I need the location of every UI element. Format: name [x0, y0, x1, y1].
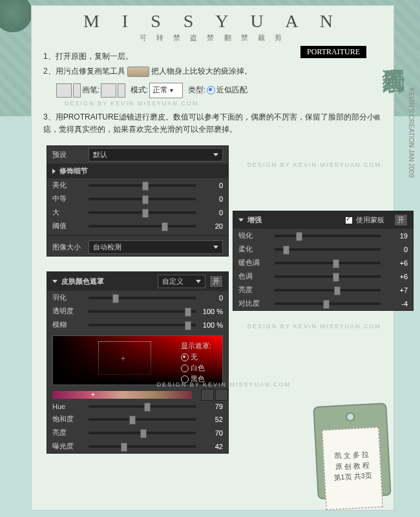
instruction-step-2: 2、用污点修复画笔工具 把人物身上比较大的疵涂掉。: [43, 65, 382, 78]
slider-track[interactable]: [275, 262, 381, 264]
slider-track[interactable]: [275, 248, 381, 251]
open-button[interactable]: 开: [394, 214, 408, 226]
slider-label: 对比度: [238, 299, 271, 308]
slider-label: 暖色调: [238, 258, 271, 268]
slider-track[interactable]: [89, 198, 196, 200]
slider-label: 亮度: [238, 285, 271, 295]
mask-white-radio[interactable]: [181, 364, 189, 372]
slider-value: -4: [384, 300, 408, 308]
slider-track[interactable]: [89, 310, 196, 313]
slider-track[interactable]: [89, 225, 196, 227]
expand-icon[interactable]: [52, 280, 58, 283]
slider-track[interactable]: [89, 184, 196, 187]
slider-track[interactable]: [89, 432, 196, 434]
detail-panel: 预设默认 修饰细节 美化0中等0大0阈值20 图像大小自动检测: [47, 145, 229, 257]
image-size-select[interactable]: 自动检测: [89, 240, 223, 254]
expand-icon[interactable]: [238, 218, 244, 222]
page-subtitle: 可 转 禁 盗 禁 翻 禁 裁 剪: [32, 33, 394, 43]
slider-value: 100 %: [200, 321, 223, 329]
slider-handle[interactable]: [121, 443, 127, 452]
expand-icon[interactable]: [52, 169, 56, 174]
slider-handle[interactable]: [112, 294, 119, 303]
brush-dropdown[interactable]: [118, 83, 125, 98]
slider-handle[interactable]: [296, 232, 302, 241]
eyedropper-add-icon[interactable]: [215, 389, 228, 401]
slider-value: 100 %: [200, 308, 223, 315]
slider-value: 42: [200, 443, 223, 450]
slider-track[interactable]: [89, 297, 196, 299]
side-credit: KEVIN'S CREATION JAN 2009: [408, 88, 415, 178]
slider-label: 美化: [52, 180, 85, 190]
slider-handle[interactable]: [162, 222, 168, 231]
watermark: DESIGN BY KEVIN MISSYUAN.COM: [65, 100, 198, 107]
tool-dropdown[interactable]: [73, 83, 81, 98]
page-title: M I S S Y U A N: [32, 11, 394, 32]
slider-handle[interactable]: [140, 429, 147, 438]
slider-label: 透明度: [52, 306, 85, 316]
slider-handle[interactable]: [142, 209, 149, 218]
slider-track[interactable]: [275, 302, 381, 305]
hue-bar[interactable]: +: [52, 391, 192, 399]
slider-value: 0: [200, 195, 223, 203]
mask-display-label: 显示遮罩:: [181, 341, 222, 351]
watermark: DESIGN BY KEVIN MISSYUAN.COM: [157, 381, 291, 388]
slider-value: 20: [200, 222, 223, 230]
slider-value: +7: [384, 286, 408, 294]
slider-value: 0: [384, 246, 408, 253]
mask-display-options: 显示遮罩: 无 白色 黑色: [181, 341, 222, 385]
tool-options-bar: 画笔: 模式: 正常 ▾ 类型: 近似匹配: [56, 83, 382, 98]
slider-label: 羽化: [52, 293, 85, 302]
slider-handle[interactable]: [333, 259, 339, 268]
slider-handle[interactable]: [144, 403, 151, 412]
type-label: 类型:: [188, 84, 205, 96]
slider-label: 色调: [238, 271, 271, 281]
slider-handle[interactable]: [129, 416, 136, 425]
slider-handle[interactable]: [142, 182, 149, 191]
slider-value: 52: [200, 416, 223, 423]
slider-handle[interactable]: [185, 308, 191, 317]
enhance-title: 增强: [247, 215, 342, 225]
mode-select[interactable]: 正常 ▾: [149, 83, 183, 98]
slider-value: +6: [384, 259, 408, 267]
tag-pagination: 第1页 共3页: [325, 470, 381, 483]
slider-handle[interactable]: [334, 286, 341, 295]
slider-label: 柔化: [238, 244, 271, 254]
slider-track[interactable]: [89, 405, 196, 408]
type-radio[interactable]: [207, 86, 215, 94]
use-mask-checkbox[interactable]: [346, 217, 352, 224]
slider-handle[interactable]: [323, 300, 330, 309]
preset-select[interactable]: 默认: [89, 148, 223, 162]
slider-label: Hue: [52, 403, 85, 410]
mask-mode-select[interactable]: 自定义: [158, 275, 205, 288]
brush-label: 画笔:: [82, 84, 100, 96]
slider-value: 70: [200, 429, 223, 437]
slider-track[interactable]: [89, 211, 196, 214]
slider-handle[interactable]: [283, 246, 289, 255]
slider-track[interactable]: [275, 275, 381, 278]
healing-brush-icon[interactable]: [56, 83, 72, 98]
slider-track[interactable]: [89, 324, 196, 326]
slider-handle[interactable]: [142, 195, 149, 204]
slider-value: 0: [200, 294, 223, 302]
slider-handle[interactable]: [185, 321, 191, 330]
type-value: 近似匹配: [216, 84, 247, 96]
slider-value: +6: [384, 273, 408, 280]
skin-mask-title: 皮肤颜色遮罩: [61, 277, 154, 286]
slider-handle[interactable]: [333, 273, 339, 282]
slider-track[interactable]: [275, 289, 381, 291]
slider-track[interactable]: [89, 445, 196, 448]
mask-none-radio[interactable]: [181, 353, 189, 361]
slider-label: 曝光度: [52, 441, 85, 451]
slider-label: 中等: [52, 194, 85, 204]
eyedropper-icon[interactable]: [201, 389, 214, 401]
brush-preview-icon[interactable]: [101, 83, 116, 98]
watermark: DESIGN BY KEVIN MISSYUAN.COM: [247, 323, 381, 330]
slider-track[interactable]: [89, 418, 196, 421]
open-button[interactable]: 开: [209, 275, 223, 288]
preset-label: 预设: [52, 150, 85, 160]
slider-label: 大: [52, 207, 85, 217]
slider-value: 79: [200, 403, 223, 410]
image-size-label: 图像大小: [52, 242, 85, 252]
slider-track[interactable]: [275, 235, 381, 237]
enhance-panel: 增强使用蒙板 开 锐化19柔化0暖色调+6色调+6亮度+7对比度-4: [233, 211, 414, 311]
